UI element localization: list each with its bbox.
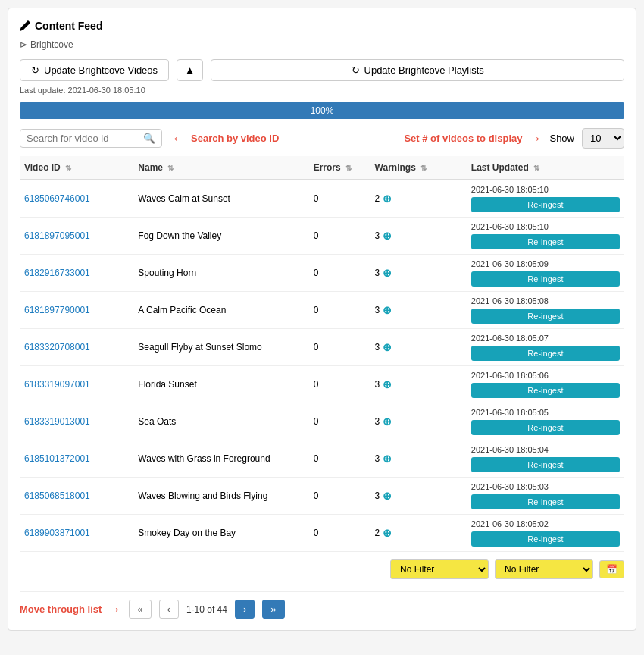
reingest-button[interactable]: Re-ingest: [471, 197, 620, 212]
table-row: 6183320708001 Seagull Flyby at Sunset Sl…: [20, 329, 624, 366]
cell-last-updated: 2021-06-30 18:05:04 Re-ingest: [467, 440, 624, 478]
warning-plus-icon[interactable]: ⊕: [383, 341, 392, 353]
pagination-annotation: Move through list →: [20, 600, 121, 618]
warning-plus-icon[interactable]: ⊕: [383, 490, 392, 502]
table-row: 6189903871001 Smokey Day on the Bay 0 2 …: [20, 515, 624, 552]
warning-count: 3: [375, 268, 380, 278]
cell-warnings: 3 ⊕: [370, 255, 467, 292]
col-header-warnings[interactable]: Warnings⇅: [370, 156, 467, 180]
warning-count: 2: [375, 528, 380, 538]
reingest-button[interactable]: Re-ingest: [471, 271, 620, 287]
pencil-icon: [20, 20, 30, 31]
reingest-button[interactable]: Re-ingest: [471, 494, 620, 509]
cell-video-id: 6183319013001: [20, 403, 133, 440]
cell-errors: 0: [309, 366, 370, 403]
search-input[interactable]: [27, 133, 140, 144]
cell-errors: 0: [309, 329, 370, 366]
video-id-link[interactable]: 6181897790001: [24, 305, 90, 315]
next-page-button[interactable]: ›: [235, 600, 255, 619]
progress-bar: 100%: [20, 102, 624, 119]
cell-video-id: 6185068518001: [20, 478, 133, 515]
update-playlists-button[interactable]: ↻ Update Brightcove Playlists: [211, 59, 624, 81]
refresh-icon: ↻: [31, 64, 39, 76]
reingest-button[interactable]: Re-ingest: [471, 234, 620, 249]
video-id-link[interactable]: 6185101372001: [24, 453, 90, 464]
prev-page-button[interactable]: ‹: [159, 600, 179, 619]
last-page-button[interactable]: »: [262, 600, 284, 619]
warning-count: 3: [375, 342, 380, 353]
reingest-button[interactable]: Re-ingest: [471, 531, 620, 547]
first-page-button[interactable]: «: [129, 600, 151, 619]
cell-name: Seagull Flyby at Sunset Slomo: [133, 329, 308, 366]
table-row: 6182916733001 Spouting Horn 0 3 ⊕ 2021-0…: [20, 255, 624, 292]
table-row: 6183319097001 Florida Sunset 0 3 ⊕ 2021-…: [20, 366, 624, 403]
breadcrumb-icon: ⊳: [20, 39, 27, 50]
timestamp: 2021-06-30 18:05:09: [471, 259, 620, 268]
cell-video-id: 6181897790001: [20, 292, 133, 329]
cell-last-updated: 2021-06-30 18:05:07 Re-ingest: [467, 329, 624, 366]
warning-plus-icon[interactable]: ⊕: [383, 415, 392, 428]
cell-warnings: 3 ⊕: [370, 366, 467, 403]
reingest-button[interactable]: Re-ingest: [471, 420, 620, 435]
timestamp: 2021-06-30 18:05:03: [471, 482, 620, 491]
cell-video-id: 6185101372001: [20, 440, 133, 478]
video-id-link[interactable]: 6182916733001: [24, 268, 90, 278]
video-id-link[interactable]: 6189903871001: [24, 528, 90, 538]
sort-icon-videoid: ⇅: [65, 164, 71, 172]
warning-plus-icon[interactable]: ⊕: [383, 267, 392, 279]
cell-video-id: 6183319097001: [20, 366, 133, 403]
video-id-link[interactable]: 6183319097001: [24, 379, 90, 390]
table-row: 6181897095001 Fog Down the Valley 0 3 ⊕ …: [20, 218, 624, 255]
last-page-icon: »: [270, 603, 276, 615]
cell-last-updated: 2021-06-30 18:05:09 Re-ingest: [467, 255, 624, 292]
warning-count: 2: [375, 193, 380, 204]
reingest-button[interactable]: Re-ingest: [471, 457, 620, 472]
cell-name: A Calm Pacific Ocean: [133, 292, 308, 329]
upload-button[interactable]: ▲: [177, 59, 203, 81]
col-header-name[interactable]: Name⇅: [133, 156, 308, 180]
col-header-last-updated[interactable]: Last Updated⇅: [467, 156, 624, 180]
warning-plus-icon[interactable]: ⊕: [383, 378, 392, 390]
warning-plus-icon[interactable]: ⊕: [383, 453, 392, 465]
upload-icon: ▲: [185, 64, 195, 76]
timestamp: 2021-06-30 18:05:05: [471, 408, 620, 417]
cell-video-id: 6182916733001: [20, 255, 133, 292]
cell-errors: 0: [309, 255, 370, 292]
cell-warnings: 3 ⊕: [370, 403, 467, 440]
cell-name: Sea Oats: [133, 403, 308, 440]
col-header-video-id[interactable]: Video ID⇅: [20, 156, 133, 180]
video-id-link[interactable]: 6181897095001: [24, 230, 90, 241]
warning-plus-icon[interactable]: ⊕: [383, 230, 392, 242]
show-label: Show: [549, 133, 574, 144]
timestamp: 2021-06-30 18:05:10: [471, 222, 620, 231]
reingest-button[interactable]: Re-ingest: [471, 309, 620, 324]
filter-select-2[interactable]: No Filter: [495, 559, 593, 579]
reingest-button[interactable]: Re-ingest: [471, 346, 620, 361]
cell-warnings: 2 ⊕: [370, 180, 467, 218]
video-id-link[interactable]: 6183320708001: [24, 342, 90, 353]
table-row: 6185101372001 Waves with Grass in Foregr…: [20, 440, 624, 478]
filter-select-1[interactable]: No Filter: [390, 559, 489, 579]
video-id-link[interactable]: 6185069746001: [24, 193, 90, 204]
table-row: 6183319013001 Sea Oats 0 3 ⊕ 2021-06-30 …: [20, 403, 624, 440]
warning-plus-icon[interactable]: ⊕: [383, 193, 392, 205]
reingest-button[interactable]: Re-ingest: [471, 383, 620, 398]
cell-warnings: 2 ⊕: [370, 515, 467, 552]
cell-last-updated: 2021-06-30 18:05:03 Re-ingest: [467, 478, 624, 515]
col-header-errors[interactable]: Errors⇅: [309, 156, 370, 180]
warning-count: 3: [375, 416, 380, 427]
warning-plus-icon[interactable]: ⊕: [383, 304, 392, 316]
video-id-link[interactable]: 6185068518001: [24, 490, 90, 501]
arrow-right-red: →: [527, 130, 542, 147]
sort-icon-warnings: ⇅: [420, 164, 427, 172]
show-count-select[interactable]: 10 25 50 100: [582, 128, 624, 149]
prev-page-icon: ‹: [167, 603, 170, 615]
calendar-icon: 📅: [606, 564, 617, 575]
sort-icon-lastupdated: ⇅: [533, 164, 539, 172]
video-id-link[interactable]: 6183319013001: [24, 416, 90, 427]
timestamp: 2021-06-30 18:05:06: [471, 371, 620, 380]
warning-plus-icon[interactable]: ⊕: [383, 527, 392, 539]
filter-date-button[interactable]: 📅: [599, 560, 624, 578]
update-videos-button[interactable]: ↻ Update Brightcove Videos: [20, 59, 169, 81]
cell-video-id: 6183320708001: [20, 329, 133, 366]
